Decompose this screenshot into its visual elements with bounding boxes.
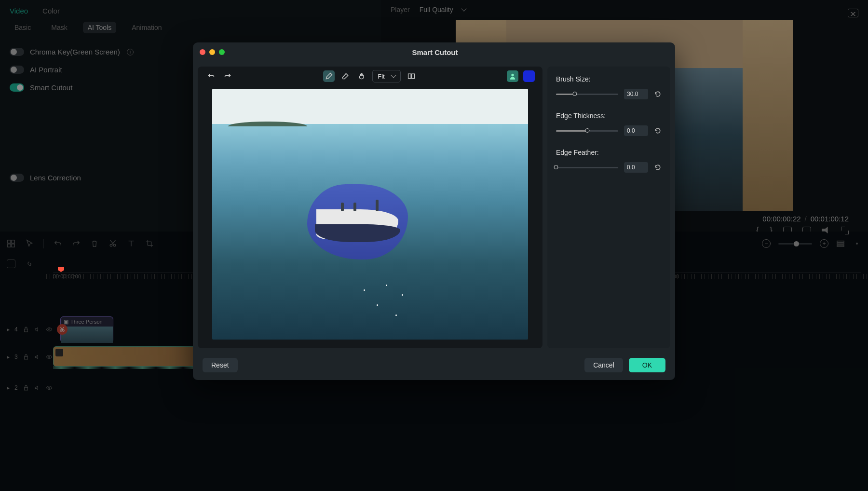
modal-body: Fit: [193, 62, 675, 353]
image-detail: [395, 314, 397, 316]
image-subject: [316, 209, 398, 239]
minimize-icon[interactable]: [209, 49, 215, 55]
field-label: Edge Feather:: [556, 149, 662, 156]
modal-footer: Reset Cancel OK: [193, 353, 675, 380]
smart-cutout-modal: Smart Cutout Fit: [193, 42, 675, 380]
slider-knob: [572, 92, 577, 96]
edge-feather-value[interactable]: 0.0: [624, 162, 648, 173]
cancel-button[interactable]: Cancel: [584, 358, 623, 372]
pan-icon[interactable]: [356, 70, 367, 82]
brush-size-field: Brush Size: 30.0: [556, 75, 662, 99]
overlay-color-swatch[interactable]: [523, 70, 535, 82]
controls-panel: Brush Size: 30.0 Edge Thickness: 0.0: [547, 67, 670, 348]
edge-thickness-slider[interactable]: [556, 130, 618, 132]
overlay-group: [507, 70, 535, 82]
reset-button[interactable]: Reset: [203, 358, 238, 372]
image-detail: [376, 200, 379, 211]
ok-button[interactable]: OK: [629, 358, 665, 372]
svg-point-20: [512, 74, 514, 76]
brush-size-slider[interactable]: [556, 94, 618, 95]
playhead[interactable]: [61, 270, 61, 444]
edge-thickness-value[interactable]: 0.0: [624, 125, 648, 136]
zoom-fit-dropdown[interactable]: Fit: [372, 70, 400, 82]
maximize-icon[interactable]: [219, 49, 225, 55]
modal-title: Smart Cutout: [225, 48, 645, 56]
edge-thickness-field: Edge Thickness: 0.0: [556, 112, 662, 136]
image-detail: [341, 203, 344, 211]
edge-feather-slider[interactable]: [556, 167, 618, 168]
svg-rect-18: [408, 74, 411, 79]
image-detail: [386, 285, 387, 286]
history-group: [205, 70, 233, 82]
image-detail: [402, 294, 403, 296]
field-label: Brush Size:: [556, 75, 662, 83]
fit-label: Fit: [378, 73, 384, 80]
canvas-toolbar: Fit: [198, 67, 542, 86]
redo-icon[interactable]: [222, 70, 233, 82]
chevron-down-icon: [391, 72, 396, 78]
modal-titlebar: Smart Cutout: [193, 42, 675, 62]
window-controls: [200, 49, 225, 55]
modal-overlay: Smart Cutout Fit: [0, 0, 868, 491]
undo-icon[interactable]: [205, 70, 217, 82]
canvas-panel: Fit: [198, 67, 542, 348]
svg-rect-19: [412, 74, 415, 79]
brush-size-value[interactable]: 30.0: [624, 89, 648, 99]
slider-knob: [585, 128, 589, 133]
reset-icon[interactable]: [654, 164, 662, 171]
compare-icon[interactable]: [406, 70, 417, 82]
reset-icon[interactable]: [654, 90, 662, 98]
close-icon[interactable]: [200, 49, 205, 55]
brush-icon[interactable]: [323, 70, 335, 82]
image-detail: [353, 203, 356, 211]
image-detail: [364, 289, 365, 291]
image-detail: [228, 122, 307, 126]
canvas-viewport[interactable]: [212, 89, 528, 340]
edge-feather-field: Edge Feather: 0.0: [556, 149, 662, 173]
field-label: Edge Thickness:: [556, 112, 662, 120]
spacer: [244, 358, 579, 372]
reset-icon[interactable]: [654, 127, 662, 135]
slider-knob: [554, 165, 558, 169]
brush-group: Fit: [323, 70, 417, 82]
eraser-icon[interactable]: [339, 70, 351, 82]
image-detail: [377, 304, 378, 306]
subject-overlay-icon[interactable]: [507, 70, 518, 82]
